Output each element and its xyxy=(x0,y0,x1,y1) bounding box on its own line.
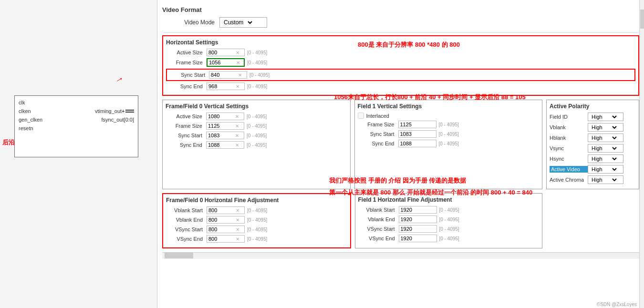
f1-vblank-end-wrap[interactable] xyxy=(399,216,437,223)
polarity-vblank-label: Vblank xyxy=(550,124,588,130)
ff0-vsync-end-clear[interactable]: ✕ xyxy=(236,236,239,242)
f1-frame-size-input[interactable] xyxy=(400,122,426,127)
f1-sync-end-wrap[interactable] xyxy=(398,140,436,147)
h-scrollbar-thumb[interactable] xyxy=(165,253,193,258)
h-sync-start-input-wrap[interactable]: ✕ xyxy=(209,71,247,79)
ff0-vblank-end-clear[interactable]: ✕ xyxy=(236,217,239,223)
ff0-vsync-start-wrap[interactable]: ✕ xyxy=(207,226,245,233)
ff0-vblank-start-input[interactable] xyxy=(208,207,235,213)
f1-vsync-end-input[interactable] xyxy=(401,236,427,241)
ff0-vblank-start-label: Vblank Start xyxy=(166,207,207,213)
h-active-size-input-wrap[interactable]: ✕ xyxy=(207,49,245,56)
schematic-genclken: gen_clken fsync_out[0:0] xyxy=(19,117,134,123)
polarity-activevideo-wrap[interactable]: HighLow xyxy=(588,165,623,174)
polarity-vblank-select[interactable]: HighLow xyxy=(590,124,618,131)
polarity-vblank-row: Vblank HighLow xyxy=(550,123,636,132)
h-active-size-range: [0 - 4095] xyxy=(247,50,267,55)
f1-sync-end-input[interactable] xyxy=(400,141,426,146)
ff0-sync-start-row: Sync Start ✕ [0 - 4095] xyxy=(166,132,347,139)
f1-vsync-start-input[interactable] xyxy=(401,226,427,232)
video-mode-select-wrap[interactable]: Custom 1080p60 720p60 xyxy=(219,17,267,28)
h-active-size-input[interactable] xyxy=(208,50,235,55)
ff0-active-size-wrap[interactable]: ✕ xyxy=(206,113,244,120)
h-sync-start-clear[interactable]: ✕ xyxy=(238,72,242,78)
f1-vsync-start-wrap[interactable] xyxy=(399,225,437,233)
polarity-hblank-select[interactable]: HighLow xyxy=(590,134,618,141)
ff0-active-size-input[interactable] xyxy=(208,113,234,119)
ff0-vsync-end-wrap[interactable]: ✕ xyxy=(207,235,245,243)
f1-vblank-end-row: Vblank End [0 - 4095] xyxy=(358,216,540,223)
left-panel: 后沿开始的时间就是 800 + 40 + 128 clk clken vtimi… xyxy=(0,0,157,308)
ff0-sync-start-wrap[interactable]: ✕ xyxy=(206,132,244,139)
h-sync-end-input-wrap[interactable]: ✕ xyxy=(207,82,245,90)
ff0-sync-end-row: Sync End ✕ [0 - 4095] xyxy=(166,141,347,149)
f1-vsync-start-row: VSync Start [0 - 4095] xyxy=(358,225,540,233)
f1-vblank-end-input[interactable] xyxy=(401,216,427,222)
polarity-hsync-select[interactable]: HighLow xyxy=(590,155,618,162)
scrollbar-thumb[interactable] xyxy=(640,10,644,29)
ff0-active-clear[interactable]: ✕ xyxy=(235,114,239,119)
f1-frame-size-row: Frame Size [0 - 4095] xyxy=(358,121,540,128)
f1-vsync-end-wrap[interactable] xyxy=(399,235,437,242)
ff0-frame-clear[interactable]: ✕ xyxy=(235,123,239,129)
ff0-sync-end-wrap[interactable]: ✕ xyxy=(206,141,244,149)
ff0-vblank-start-wrap[interactable]: ✕ xyxy=(207,206,245,214)
port-clk: clk xyxy=(19,100,57,105)
ff0-vsync-end-input[interactable] xyxy=(208,236,235,242)
polarity-vsync-select[interactable]: HighLow xyxy=(590,145,618,152)
h-sync-start-input[interactable] xyxy=(211,72,237,78)
ff0-sync-start-clear[interactable]: ✕ xyxy=(235,133,239,138)
f1-sync-start-wrap[interactable] xyxy=(398,130,436,138)
polarity-activevideo-select[interactable]: HighLow xyxy=(590,166,618,173)
f1-vblank-start-input[interactable] xyxy=(401,207,427,213)
h-frame-size-clear[interactable]: ✕ xyxy=(236,60,240,65)
ff0-vblank-end-input[interactable] xyxy=(208,217,235,223)
ff0-sync-start-input[interactable] xyxy=(208,133,234,138)
h-frame-size-label: Frame Size xyxy=(166,60,207,65)
ff0-vsync-start-clear[interactable]: ✕ xyxy=(236,227,239,232)
polarity-hblank-wrap[interactable]: HighLow xyxy=(588,133,623,142)
polarity-vblank-wrap[interactable]: HighLow xyxy=(588,123,623,132)
polarity-activechroma-wrap[interactable]: HighLow xyxy=(588,175,623,184)
h-frame-size-input[interactable] xyxy=(209,60,235,65)
h-scrollbar[interactable] xyxy=(162,252,639,259)
ff0-frame-size-wrap[interactable]: ✕ xyxy=(206,122,244,130)
polarity-vsync-wrap[interactable]: HighLow xyxy=(588,144,623,153)
polarity-fieldid-row: Field ID HighLow xyxy=(550,113,636,121)
ff0-vblank-end-row: Vblank End ✕ [0 - 4095] xyxy=(166,216,347,224)
f1-sync-start-input[interactable] xyxy=(400,131,426,137)
polarity-activechroma-row: Active Chroma HighLow xyxy=(550,175,636,184)
polarity-fieldid-select[interactable]: HighLow xyxy=(590,113,618,120)
ff0-sync-end-input[interactable] xyxy=(208,142,234,148)
video-mode-select[interactable]: Custom 1080p60 720p60 xyxy=(222,19,254,26)
h-sync-end-clear[interactable]: ✕ xyxy=(236,84,239,89)
polarity-hsync-row: Hsync HighLow xyxy=(550,154,636,163)
ff0-horiz-fine: Frame/Field 0 Horizontal Fine Adjustment… xyxy=(162,193,351,248)
ff0-sync-end-clear[interactable]: ✕ xyxy=(235,143,239,148)
f1-vblank-start-wrap[interactable] xyxy=(399,206,437,214)
f1-frame-size-wrap[interactable] xyxy=(398,121,436,128)
ff0-frame-size-input[interactable] xyxy=(208,123,234,129)
arrow-annotation: → xyxy=(113,72,126,87)
polarity-vsync-row: Vsync HighLow xyxy=(550,144,636,153)
polarity-activevideo-label: Active Video xyxy=(550,166,588,173)
scrollbar[interactable] xyxy=(639,0,644,308)
main-container: 后沿开始的时间就是 800 + 40 + 128 clk clken vtimi… xyxy=(0,0,644,308)
right-panel[interactable]: 800是 来自于分辨率 800 *480 的 800 1056来自于总长，行长8… xyxy=(157,0,644,308)
f1-fine-title: Field 1 Horizontal Fine Adjustment xyxy=(358,196,540,203)
polarity-hsync-wrap[interactable]: HighLow xyxy=(588,154,623,163)
f1-sync-end-label: Sync End xyxy=(358,141,398,146)
video-mode-label: Video Mode xyxy=(162,19,219,26)
port-resetn: resetn xyxy=(19,125,57,131)
h-active-size-clear[interactable]: ✕ xyxy=(236,50,239,55)
ff0-vsync-start-input[interactable] xyxy=(208,226,235,232)
h-sync-end-input[interactable] xyxy=(208,83,235,89)
ff0-vblank-start-clear[interactable]: ✕ xyxy=(236,208,239,213)
h-frame-size-input-wrap[interactable]: ✕ xyxy=(207,58,245,67)
polarity-fieldid-wrap[interactable]: HighLow xyxy=(588,113,623,121)
interlaced-checkbox[interactable] xyxy=(358,113,364,119)
polarity-activechroma-select[interactable]: HighLow xyxy=(590,176,618,183)
ff0-vblank-end-wrap[interactable]: ✕ xyxy=(207,216,245,224)
ff0-sync-end-range: [0 - 4095] xyxy=(247,143,267,148)
copyright: ©SDN @ZxsLoyes xyxy=(597,302,637,307)
